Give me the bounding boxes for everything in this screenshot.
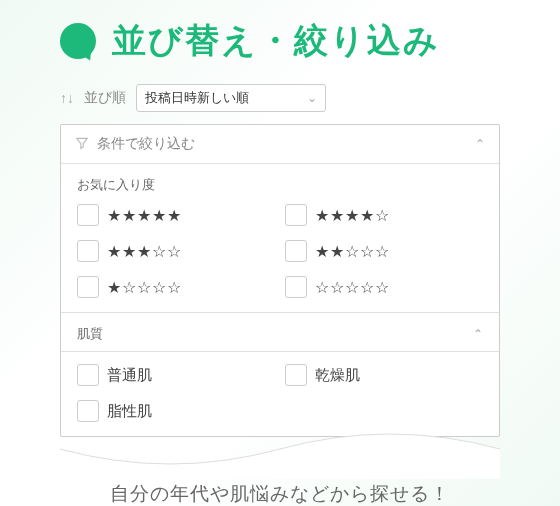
- skin-option-label: 乾燥肌: [315, 366, 360, 385]
- checkbox[interactable]: [77, 276, 99, 298]
- stars-label: ★★★★☆: [315, 206, 390, 225]
- speech-bubble-icon: [60, 23, 96, 59]
- page-title: 並び替え・絞り込み: [112, 18, 440, 64]
- section-skin-options: 普通肌 乾燥肌 脂性肌: [61, 352, 499, 436]
- filter-title: 条件で絞り込む: [97, 135, 195, 153]
- chevron-up-icon: ⌃: [473, 327, 483, 341]
- sort-selected-value: 投稿日時新しい順: [145, 89, 249, 107]
- checkbox[interactable]: [77, 240, 99, 262]
- checkbox[interactable]: [285, 364, 307, 386]
- favorite-option[interactable]: ★★★★☆: [285, 204, 483, 226]
- section-skin: 肌質 ⌃: [61, 313, 499, 352]
- skin-option[interactable]: 脂性肌: [77, 400, 275, 422]
- stars-label: ★★★☆☆: [107, 242, 182, 261]
- checkbox[interactable]: [77, 364, 99, 386]
- wave-cutoff: [60, 429, 500, 459]
- stars-label: ★★★★★: [107, 206, 182, 225]
- favorite-option[interactable]: ★★☆☆☆: [285, 240, 483, 262]
- checkbox[interactable]: [77, 400, 99, 422]
- panel-wrap: ↑↓ 並び順 投稿日時新しい順 ⌄ 条件で絞り込む ⌃ お気に入り度 ★★★★★…: [0, 64, 560, 506]
- funnel-icon: [75, 136, 89, 153]
- section-favorite: お気に入り度 ★★★★★ ★★★★☆ ★★★☆☆ ★★☆☆☆ ★☆☆☆☆ ☆☆☆…: [61, 164, 499, 313]
- filter-panel: 条件で絞り込む ⌃ お気に入り度 ★★★★★ ★★★★☆ ★★★☆☆ ★★☆☆☆…: [60, 124, 500, 437]
- checkbox[interactable]: [285, 204, 307, 226]
- filter-header[interactable]: 条件で絞り込む ⌃: [61, 125, 499, 164]
- footer-caption: 自分の年代や肌悩みなどから探せる！: [60, 481, 500, 506]
- section-skin-header[interactable]: 肌質 ⌃: [77, 325, 483, 343]
- skin-option[interactable]: 普通肌: [77, 364, 275, 386]
- stars-label: ★★☆☆☆: [315, 242, 390, 261]
- sort-arrows-icon: ↑↓: [60, 90, 74, 106]
- section-favorite-title: お気に入り度: [77, 176, 483, 194]
- skin-option-label: 普通肌: [107, 366, 152, 385]
- sort-label: 並び順: [84, 89, 126, 107]
- favorite-option[interactable]: ★☆☆☆☆: [77, 276, 275, 298]
- favorite-option[interactable]: ★★★★★: [77, 204, 275, 226]
- chevron-up-icon: ⌃: [475, 137, 485, 151]
- checkbox[interactable]: [285, 276, 307, 298]
- skin-option[interactable]: 乾燥肌: [285, 364, 483, 386]
- sort-select[interactable]: 投稿日時新しい順 ⌄: [136, 84, 326, 112]
- chevron-down-icon: ⌄: [307, 91, 317, 105]
- checkbox[interactable]: [285, 240, 307, 262]
- stars-label: ☆☆☆☆☆: [315, 278, 390, 297]
- sort-row: ↑↓ 並び順 投稿日時新しい順 ⌄: [60, 84, 500, 112]
- page-header: 並び替え・絞り込み: [0, 0, 560, 64]
- skin-option-label: 脂性肌: [107, 402, 152, 421]
- checkbox[interactable]: [77, 204, 99, 226]
- stars-label: ★☆☆☆☆: [107, 278, 182, 297]
- favorite-option[interactable]: ★★★☆☆: [77, 240, 275, 262]
- favorite-option[interactable]: ☆☆☆☆☆: [285, 276, 483, 298]
- section-skin-title: 肌質: [77, 325, 103, 343]
